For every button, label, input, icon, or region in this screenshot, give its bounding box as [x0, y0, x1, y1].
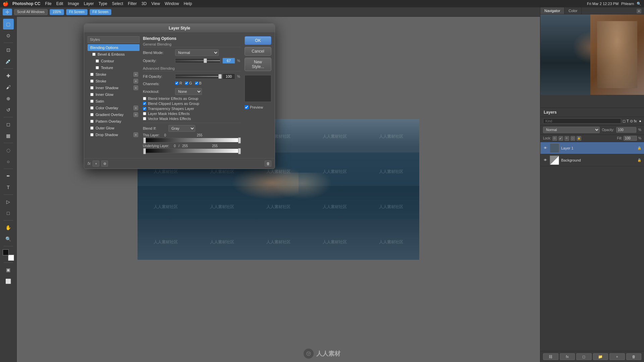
layers-search-input[interactable]: [543, 118, 621, 124]
sidebar-gradient-overlay[interactable]: Gradient Overlay +: [88, 111, 140, 118]
stroke1-checkbox[interactable]: [90, 73, 94, 76]
gradient-tool[interactable]: ▦: [3, 130, 14, 141]
blend-mode-select[interactable]: Normal Multiply Screen Overlay: [175, 49, 219, 56]
footer-settings-button[interactable]: ⚙: [101, 161, 108, 167]
gradient-overlay-checkbox[interactable]: [90, 113, 94, 116]
stroke2-checkbox[interactable]: [90, 79, 94, 83]
panel-menu-icon[interactable]: ≡: [637, 9, 641, 13]
selection-tool[interactable]: ▢: [3, 19, 14, 29]
fit-screen-button1[interactable]: Fit Screen: [66, 9, 88, 15]
menu-filter[interactable]: Filter: [128, 1, 137, 6]
menu-select[interactable]: Select: [112, 1, 123, 6]
sidebar-satin[interactable]: Satin: [88, 98, 140, 105]
lock-position-icon[interactable]: ✛: [565, 136, 569, 141]
underlying-layer-slider[interactable]: [143, 148, 241, 153]
screen-mode-tool[interactable]: ⬜: [3, 276, 14, 287]
blend-interior-checkbox[interactable]: [143, 97, 146, 100]
filter-toggle[interactable]: ●: [639, 119, 641, 123]
opacity-slider-thumb[interactable]: [204, 58, 207, 63]
menu-edit[interactable]: Edit: [56, 1, 63, 6]
sidebar-blending-options[interactable]: Blending Options: [88, 44, 140, 51]
satin-checkbox[interactable]: [90, 100, 94, 103]
layer-mask-button[interactable]: ◻: [576, 353, 592, 360]
tab-navigator[interactable]: Navigator: [540, 7, 565, 14]
knockout-select[interactable]: None Shallow Deep: [175, 88, 202, 95]
this-layer-slider[interactable]: [143, 138, 241, 142]
opacity-value-input[interactable]: [222, 58, 235, 64]
new-group-button[interactable]: 📁: [593, 353, 608, 360]
menu-type[interactable]: Type: [99, 1, 107, 6]
layer-blend-mode-select[interactable]: Normal: [543, 127, 600, 133]
menu-3d[interactable]: 3D: [142, 1, 147, 6]
sidebar-contour[interactable]: Contour: [88, 58, 140, 64]
drop-shadow-plus-icon[interactable]: +: [133, 132, 138, 137]
color-swatches[interactable]: [3, 249, 14, 261]
quick-mask-tool[interactable]: ▣: [3, 264, 14, 275]
outer-glow-checkbox[interactable]: [90, 126, 94, 130]
crop-tool[interactable]: ⊡: [3, 45, 14, 55]
inner-shadow-plus-icon[interactable]: +: [133, 85, 138, 90]
new-style-button[interactable]: New Style...: [245, 58, 271, 71]
fill-opacity-slider[interactable]: [175, 74, 220, 79]
eraser-tool[interactable]: ◻: [3, 119, 14, 130]
color-overlay-plus-icon[interactable]: +: [133, 106, 138, 110]
sidebar-inner-glow[interactable]: Inner Glow: [88, 91, 140, 98]
sidebar-texture[interactable]: Texture: [88, 64, 140, 71]
menu-window[interactable]: Window: [165, 1, 179, 6]
zoom-tool[interactable]: 🔍: [3, 234, 14, 244]
ok-button[interactable]: OK: [245, 36, 271, 45]
sidebar-outer-glow[interactable]: Outer Glow: [88, 125, 140, 131]
dodge-tool[interactable]: ○: [3, 156, 14, 167]
stroke2-plus-icon[interactable]: +: [133, 79, 138, 83]
sidebar-drop-shadow[interactable]: Drop Shadow +: [88, 131, 140, 138]
blend-clipped-checkbox[interactable]: [143, 102, 146, 105]
filter-icon-2[interactable]: T: [627, 119, 629, 123]
sidebar-stroke-2[interactable]: Stroke +: [88, 78, 140, 84]
layer-mask-checkbox[interactable]: [143, 112, 146, 115]
transparency-checkbox[interactable]: [143, 107, 146, 110]
blend-if-select[interactable]: Gray Red Green Blue: [168, 125, 195, 132]
clone-tool[interactable]: ⊕: [3, 93, 14, 104]
bevel-emboss-checkbox[interactable]: [92, 53, 96, 56]
filter-icon-1[interactable]: ◻: [623, 119, 626, 123]
path-selection-tool[interactable]: ▷: [3, 196, 14, 207]
fill-value-input[interactable]: [624, 136, 637, 141]
menu-view[interactable]: View: [151, 1, 160, 6]
lock-artboard-icon[interactable]: ◻: [571, 136, 575, 141]
lock-image-pixels-icon[interactable]: 🖌: [558, 136, 563, 141]
gradient-overlay-plus-icon[interactable]: +: [133, 112, 138, 117]
contour-checkbox[interactable]: [96, 59, 99, 63]
tab-color[interactable]: Color: [565, 7, 582, 14]
sidebar-stroke-1[interactable]: Stroke +: [88, 71, 140, 78]
menu-file[interactable]: File: [45, 1, 51, 6]
layer-opacity-input[interactable]: [616, 127, 636, 133]
underlying-handle-left[interactable]: [143, 148, 146, 154]
inner-glow-checkbox[interactable]: [90, 93, 94, 96]
layer-effects-button[interactable]: fx: [560, 353, 575, 360]
opacity-slider[interactable]: [175, 58, 220, 63]
color-overlay-checkbox[interactable]: [90, 106, 94, 110]
delete-layer-button[interactable]: 🗑: [626, 353, 642, 360]
history-brush-tool[interactable]: ↺: [3, 105, 14, 115]
apple-menu[interactable]: 🍎: [3, 1, 8, 6]
drop-shadow-checkbox[interactable]: [90, 133, 94, 136]
fill-opacity-thumb[interactable]: [218, 74, 222, 79]
texture-checkbox[interactable]: [96, 66, 99, 69]
shape-tool[interactable]: □: [3, 208, 14, 219]
footer-trash-button[interactable]: 🗑: [265, 161, 271, 167]
inner-shadow-checkbox[interactable]: [90, 86, 94, 89]
foreground-color-swatch[interactable]: [3, 249, 9, 255]
sidebar-bevel-emboss[interactable]: Bevel & Emboss: [88, 51, 140, 58]
filter-icon-4[interactable]: fx: [634, 119, 637, 123]
stroke1-plus-icon[interactable]: +: [133, 72, 138, 77]
menu-help[interactable]: Help: [184, 1, 192, 6]
background-visibility-eye[interactable]: 👁: [543, 158, 548, 163]
this-layer-handle-left[interactable]: [143, 137, 146, 143]
channel-g-checkbox[interactable]: [185, 81, 188, 85]
footer-add-button[interactable]: +: [93, 161, 99, 167]
layer-item-background[interactable]: 👁 Background 🔒: [540, 154, 644, 166]
this-layer-handle-right[interactable]: [238, 137, 241, 143]
vector-mask-checkbox[interactable]: [143, 117, 146, 120]
sidebar-color-overlay[interactable]: Color Overlay +: [88, 105, 140, 111]
layer1-visibility-eye[interactable]: 👁: [543, 146, 548, 150]
